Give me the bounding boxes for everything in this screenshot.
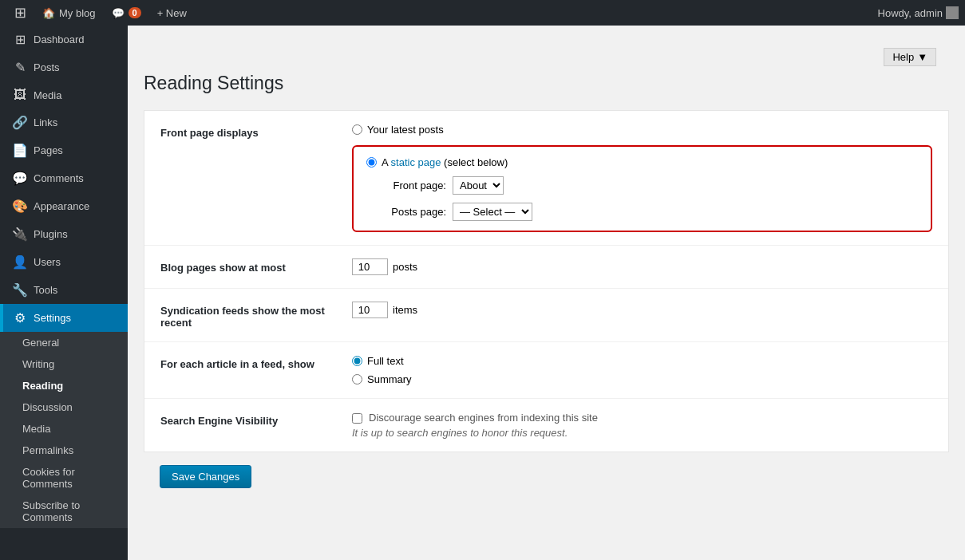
save-row: Save Changes (144, 452, 949, 501)
admin-avatar (946, 6, 959, 19)
save-changes-button[interactable]: Save Changes (160, 465, 251, 488)
blog-pages-label: Blog pages show at most (160, 258, 336, 274)
help-button[interactable]: Help ▼ (884, 48, 936, 66)
syndication-row: Syndication feeds show the most recent i… (144, 289, 948, 342)
posts-page-select-label: Posts page: (382, 206, 446, 218)
help-label: Help (892, 51, 914, 63)
static-page-link[interactable]: static page (391, 156, 441, 168)
sidebar-item-media[interactable]: 🖼 Media (0, 81, 128, 108)
main-content: Help ▼ Reading Settings Front page displ… (128, 26, 965, 560)
syndication-label: Syndication feeds show the most recent (160, 302, 336, 329)
syndication-control: items (352, 302, 932, 318)
help-chevron-icon: ▼ (917, 51, 927, 63)
settings-submenu: General Writing Reading Discussion Media… (0, 332, 128, 528)
summary-label: Summary (367, 373, 412, 385)
sidebar-item-posts[interactable]: ✎ Posts (0, 53, 128, 81)
static-page-header: A static page (select below) (366, 156, 918, 168)
admin-bar-right: Howdy, admin (878, 6, 959, 19)
feed-article-radio-group: Full text Summary (352, 355, 932, 385)
sidebar-item-dashboard[interactable]: ⊞ Dashboard (0, 26, 128, 53)
sidebar-label-dashboard: Dashboard (34, 34, 85, 45)
settings-icon: ⚙ (13, 310, 27, 325)
comments-count: 0 (129, 7, 141, 18)
summary-option: Summary (352, 373, 932, 385)
blog-pages-suffix: posts (393, 261, 417, 273)
howdy-text: Howdy, admin (878, 7, 943, 19)
sidebar-label-plugins: Plugins (34, 228, 68, 240)
sidebar-label-comments: Comments (34, 172, 84, 184)
sidebar-item-tools[interactable]: 🔧 Tools (0, 276, 128, 304)
comments-item[interactable]: 💬 0 (104, 0, 149, 26)
appearance-icon: 🎨 (13, 199, 27, 214)
sidebar-sub-discussion[interactable]: Discussion (0, 396, 128, 418)
blog-pages-spinner: posts (352, 258, 932, 275)
sidebar-label-appearance: Appearance (34, 200, 89, 212)
search-engine-control: Discourage search engines from indexing … (352, 412, 932, 439)
help-area: Help ▼ (144, 41, 949, 73)
search-engine-note: It is up to search engines to honor this… (352, 427, 932, 439)
search-engine-row: Search Engine Visibility Discourage sear… (144, 399, 948, 452)
sidebar-sub-media[interactable]: Media (0, 418, 128, 440)
sidebar-item-links[interactable]: 🔗 Links (0, 108, 128, 136)
admin-bar: ⊞ 🏠 My blog 💬 0 + New Howdy, admin (0, 0, 965, 26)
front-page-label: Front page displays (160, 124, 336, 139)
latest-posts-radio[interactable] (352, 124, 362, 135)
sidebar-sub-general[interactable]: General (0, 332, 128, 353)
front-page-row: Front page displays Your latest posts (144, 111, 948, 246)
search-engine-checkbox-wrap: Discourage search engines from indexing … (352, 412, 932, 424)
syndication-suffix: items (393, 304, 417, 316)
static-page-radio[interactable] (366, 157, 377, 168)
blog-pages-input[interactable] (352, 258, 388, 275)
sidebar-label-media: Media (34, 89, 61, 101)
sidebar-sub-permalinks[interactable]: Permalinks (0, 440, 128, 461)
full-text-radio[interactable] (352, 356, 362, 366)
sidebar-label-links: Links (34, 116, 57, 128)
search-engine-label: Search Engine Visibility (160, 412, 336, 427)
sidebar-sub-cookies-for-comments[interactable]: Cookies for Comments (0, 461, 128, 495)
wp-logo-item[interactable]: ⊞ (6, 0, 34, 26)
sidebar-item-pages[interactable]: 📄 Pages (0, 136, 128, 164)
front-page-select[interactable]: About (453, 176, 504, 195)
search-engine-checkbox-label: Discourage search engines from indexing … (369, 412, 598, 424)
blog-pages-control: posts (352, 258, 932, 275)
myblog-label: My blog (59, 7, 96, 19)
sidebar-item-plugins[interactable]: 🔌 Plugins (0, 220, 128, 248)
links-icon: 🔗 (13, 115, 27, 130)
full-text-option: Full text (352, 355, 932, 367)
search-engine-checkbox[interactable] (352, 413, 362, 424)
feed-article-label: For each article in a feed, show (160, 355, 336, 370)
sidebar-sub-subscribe-to-comments[interactable]: Subscribe to Comments (0, 495, 128, 528)
sidebar-item-users[interactable]: 👤 Users (0, 248, 128, 276)
sidebar-item-comments[interactable]: 💬 Comments (0, 164, 128, 192)
sidebar-label-pages: Pages (34, 144, 63, 156)
sidebar-label-tools: Tools (34, 284, 57, 296)
syndication-input[interactable] (352, 302, 388, 318)
sidebar-item-settings[interactable]: ⚙ Settings (0, 304, 128, 332)
layout: ⊞ Dashboard ✎ Posts 🖼 Media 🔗 Links 📄 Pa… (0, 26, 965, 560)
comment-icon: 💬 (112, 7, 125, 19)
front-page-radio-group: Your latest posts A static page (select … (352, 124, 932, 232)
sidebar-sub-writing[interactable]: Writing (0, 353, 128, 375)
syndication-spinner: items (352, 302, 932, 318)
full-text-label: Full text (367, 355, 404, 367)
summary-radio[interactable] (352, 374, 362, 385)
new-item[interactable]: + New (149, 0, 195, 26)
latest-posts-radio-label: Your latest posts (367, 124, 444, 136)
media-icon: 🖼 (13, 88, 27, 102)
sidebar-label-posts: Posts (34, 61, 60, 73)
posts-icon: ✎ (13, 60, 27, 75)
plugins-icon: 🔌 (13, 227, 27, 242)
front-page-select-label: Front page: (382, 179, 446, 191)
sidebar-label-settings: Settings (34, 312, 71, 324)
posts-page-select[interactable]: — Select — (453, 203, 532, 221)
front-page-select-row: Front page: About (366, 176, 918, 195)
feed-article-control: Full text Summary (352, 355, 932, 385)
my-blog-item[interactable]: 🏠 My blog (34, 0, 104, 26)
wp-logo-icon: ⊞ (14, 4, 26, 22)
users-icon: 👤 (13, 254, 27, 270)
dashboard-icon: ⊞ (13, 32, 27, 47)
posts-page-select-row: Posts page: — Select — (366, 203, 918, 221)
sidebar-sub-reading[interactable]: Reading (0, 375, 128, 396)
sidebar-item-appearance[interactable]: 🎨 Appearance (0, 192, 128, 220)
new-label: + New (157, 7, 187, 19)
